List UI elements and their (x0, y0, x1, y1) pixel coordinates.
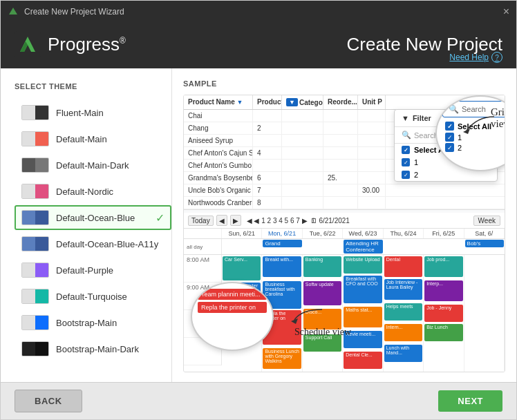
grid-cell (323, 147, 358, 159)
select-all-checkbox[interactable]: ✓ (402, 146, 410, 154)
grid-cell (323, 110, 358, 122)
grid-cell: Grandma's Boysenberry Spread (184, 172, 253, 184)
grid-cell (358, 135, 386, 146)
filter-button[interactable]: ▼ (286, 98, 298, 106)
swatch-right (35, 184, 48, 198)
theme-item-default-nordic[interactable]: Default-Nordic (15, 179, 171, 204)
mag-select-all: ✓ Select All (442, 120, 505, 132)
logo-text: Progress® (48, 34, 126, 55)
mag-check-1: ✓ (445, 133, 454, 142)
theme-name-bootstrap-main: Bootstrap-Main (56, 318, 117, 328)
theme-swatch-bootstrap-main (21, 315, 49, 330)
grid-cell (282, 122, 323, 134)
grid-cell: Uncle Bob's Organic Dried Pears (184, 184, 253, 196)
grid-cell (358, 197, 386, 209)
back-button[interactable]: BACK (15, 390, 82, 412)
event-review-meeting: Revie meeti... (344, 331, 382, 348)
grid-cell (282, 197, 323, 209)
week-button[interactable]: Week (473, 216, 500, 226)
swatch-left (22, 184, 35, 198)
next-button[interactable]: ▶ (230, 215, 241, 226)
theme-item-default-turquoise[interactable]: Default-Turquoise (15, 284, 171, 309)
theme-name-default-ocean-blue-a11y: Default-Ocean-Blue-A11y (56, 239, 158, 249)
theme-name-default-purple: Default-Purple (56, 265, 113, 276)
schedule-pages: ◀ ◀ 1 2 3 4 5 6 7 ▶ (247, 217, 308, 225)
grid-cell (282, 110, 323, 122)
schedule-day-mon: Mon, 6/21 (262, 229, 302, 238)
swatch-left (22, 316, 35, 330)
prev-button[interactable]: ◀ (216, 215, 227, 226)
grid-col-product: Product... ▼ (253, 95, 282, 109)
theme-swatch-default-ocean-blue (21, 210, 49, 225)
schedule-col-wed: Website Upload Breakfast with CFO and CO… (343, 255, 383, 372)
title-bar-text: Create New Project Wizard (24, 7, 124, 17)
grid-cell: 2 (253, 122, 282, 134)
next-button[interactable]: NEXT (438, 390, 502, 412)
grid-cell (323, 197, 358, 209)
swatch-right (35, 158, 48, 172)
swatch-left (22, 263, 35, 277)
theme-item-fluent-main[interactable]: Fluent-Main (15, 100, 171, 125)
theme-item-default-ocean-blue[interactable]: Default-Ocean-Blue✓ (15, 205, 171, 230)
theme-name-fluent-main: Fluent-Main (56, 108, 104, 118)
grid-cell (282, 184, 323, 196)
grid-cell: 6 (253, 172, 282, 184)
header: Progress® Create New Project Need Help ? (1, 23, 516, 68)
theme-item-default-main[interactable]: Default-Main (15, 126, 171, 151)
grid-cell (358, 172, 386, 184)
schedule-day-sun: Sun, 6/21 (222, 229, 262, 238)
schedule-toolbar: Today ◀ ▶ ◀ ◀ 1 2 3 4 5 6 7 ▶ 🗓 6/21/202… (184, 213, 505, 229)
event-dental-thu: Dental (384, 256, 422, 277)
allday-row: all day Grand Attending HR Conference Bo… (184, 239, 505, 255)
grid-cell: Northwoods Cranberry Sauce (184, 197, 253, 209)
theme-name-default-nordic: Default-Nordic (56, 187, 113, 197)
grid-col-product-name: Product Name ▼ (184, 95, 253, 109)
sidebar-section-title: SELECT THEME (15, 82, 171, 90)
mag-select-all-check: ✓ (445, 122, 454, 131)
help-link[interactable]: Need Help ? (449, 52, 502, 63)
theme-item-default-main-dark[interactable]: Default-Main-Dark (15, 153, 171, 178)
theme-item-bootstrap-main-dark[interactable]: Bootstrap-Main-Dark (15, 336, 171, 361)
theme-swatch-default-purple (21, 262, 49, 278)
theme-name-default-main: Default-Main (56, 134, 107, 144)
grid-cell: Chef Anton's Cajun Seasoning (184, 147, 253, 159)
allday-thu (384, 239, 424, 254)
mag-replace-event: Repla the printer on (198, 302, 267, 313)
theme-sidebar: SELECT THEME Fluent-MainDefault-MainDefa… (1, 68, 172, 382)
allday-event-bobs: Bob's (465, 240, 504, 247)
grid-cell (323, 160, 358, 171)
schedule-day-sat: Sat, 6/ (464, 229, 505, 238)
event-lunch-thu: Lunch with Mand... (384, 345, 422, 362)
event-support-call: Support Call (303, 334, 341, 352)
theme-swatch-default-main-dark (21, 158, 49, 173)
grid-cell (282, 135, 323, 146)
event-breakfast: Breakt with... (263, 256, 301, 277)
help-circle-icon: ? (491, 52, 502, 63)
theme-item-default-purple[interactable]: Default-Purple (15, 258, 171, 283)
event-biz-lunch-fri: Biz Lunch (424, 324, 462, 341)
time-slot-8am: 8:00 AM (184, 255, 222, 283)
app-icon (8, 6, 19, 17)
svg-marker-0 (9, 8, 17, 15)
close-button[interactable]: × (503, 6, 509, 17)
today-button[interactable]: Today (188, 216, 214, 226)
swatch-left (22, 342, 35, 356)
grid-cell: 30.00 (358, 184, 386, 196)
swatch-left (22, 158, 35, 172)
app-window: Create New Project Wizard × Progress® Cr… (0, 0, 517, 420)
schedule-day-headers: Sun, 6/21 Mon, 6/21 Tue, 6/22 Wed, 6/23 … (184, 229, 505, 239)
preview-panel: SAMPLE Product Name ▼ Product... ▼ ▼ (172, 68, 516, 382)
allday-label: all day (184, 239, 222, 254)
grid-cell (282, 160, 323, 171)
filter-checkbox-1[interactable]: ✓ (402, 158, 410, 166)
swatch-left (22, 289, 35, 303)
progress-logo-icon (15, 31, 41, 57)
theme-item-default-ocean-blue-a11y[interactable]: Default-Ocean-Blue-A11y (15, 231, 171, 256)
schedule-date: 🗓 6/21/2021 (310, 217, 350, 225)
grid-cell (358, 147, 386, 159)
allday-fri (424, 239, 464, 254)
filter-checkbox-2[interactable]: ✓ (402, 171, 410, 179)
event-website-upload: Website Upload (344, 256, 382, 274)
theme-name-default-main-dark: Default-Main-Dark (56, 160, 129, 171)
theme-item-bootstrap-main[interactable]: Bootstrap-Main (15, 310, 171, 335)
